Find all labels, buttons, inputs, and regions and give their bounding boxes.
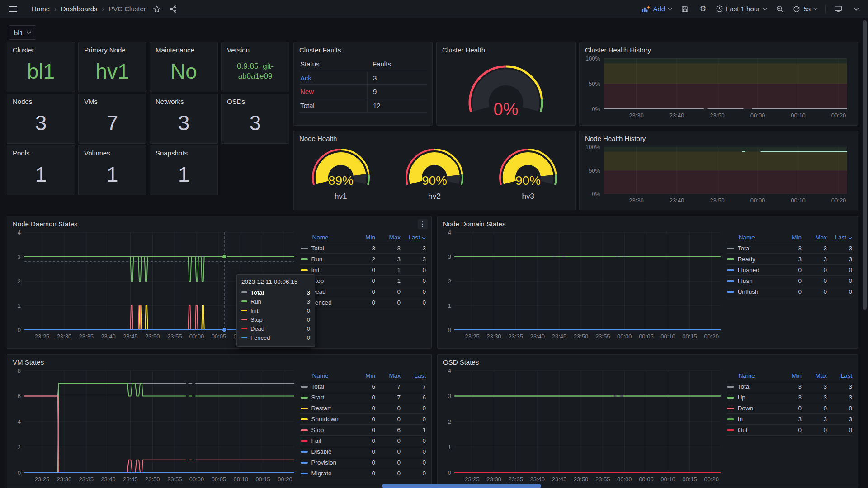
legend-row-dead[interactable]: Dead000 [300,286,426,297]
svg-text:00:05: 00:05 [639,476,654,483]
time-range-picker[interactable]: Last 1 hour [716,5,767,13]
osd-states-chart[interactable]: 0123423:2523:3023:3523:4023:4523:5023:55… [443,367,726,484]
vm-states-chart[interactable]: 0246823:2523:3023:3523:4023:4523:5023:55… [13,367,300,484]
legend-col-last[interactable]: Last [401,234,426,241]
menu-icon[interactable] [6,4,20,14]
legend-row-down[interactable]: Down000 [726,403,852,414]
legend-row-up[interactable]: Up333 [726,392,852,403]
panel-title[interactable]: Node Health [294,131,575,143]
legend-row-unflush[interactable]: Unflush000 [726,286,852,297]
tv-mode-icon[interactable] [833,4,844,14]
gauge: 90% [491,147,565,191]
panel-title[interactable]: Cluster Faults [294,42,432,55]
stat-value: 0.9.85~git-ab0a1e09 [228,61,283,81]
node-domain-states-chart[interactable]: 0123423:2523:3023:3523:4023:4523:5023:55… [443,229,726,342]
legend-row-shutdown[interactable]: Shutdown000 [300,414,426,425]
legend-header: NameMinMaxLast [300,232,426,243]
stat-panel-pools: Pools 1 [7,145,75,195]
svg-text:2: 2 [18,278,21,285]
faults-row-label: Total [299,102,367,109]
star-icon[interactable] [151,4,162,14]
refresh-controls[interactable]: 5s [793,5,818,13]
legend-col-min[interactable]: Min [350,234,375,241]
legend-table: NameMinMaxLastTotal333Run233Init010Stop0… [300,232,426,342]
legend-row-total[interactable]: Total333 [726,243,852,254]
svg-text:23:40: 23:40 [101,476,116,483]
column-header-faults[interactable]: Faults [367,57,427,71]
svg-text:00:00: 00:00 [617,333,632,340]
series-swatch [301,451,308,453]
svg-text:23:45: 23:45 [123,476,138,483]
legend-row-run[interactable]: Run233 [300,254,426,265]
cluster-health-history-chart[interactable]: 0%50%100%23:3023:4023:5000:0000:1000:20 [585,55,853,121]
breadcrumb-current: PVC Cluster [108,5,146,13]
stat-value: hv1 [95,61,129,82]
stat-panel-version: Version 0.9.85~git-ab0a1e09 [221,42,289,92]
legend-col-last[interactable]: Last [401,372,426,379]
legend-row-restart[interactable]: Restart000 [300,403,426,414]
column-header-status[interactable]: Status [299,60,367,68]
collapse-nav-chevron-icon[interactable] [851,4,862,14]
legend-row-provision[interactable]: Provision000 [300,457,426,468]
zoom-out-icon[interactable] [774,4,785,14]
chevron-down-icon [668,8,672,10]
breadcrumb-separator: › [102,5,104,13]
legend-col-min[interactable]: Min [776,372,802,379]
legend-row-disable[interactable]: Disable000 [300,446,426,457]
legend-col-name[interactable]: Name [727,234,776,241]
legend-col-name[interactable]: Name [727,372,776,379]
svg-text:1: 1 [18,302,21,309]
svg-text:00:15: 00:15 [255,476,270,483]
panel-title[interactable]: Cluster Health [437,42,575,55]
legend-col-name[interactable]: Name [301,234,350,241]
panel-title[interactable]: OSD States [438,355,858,367]
horizontal-scrollbar-thumb[interactable] [382,484,541,488]
panel-title[interactable]: Node Domain States [438,216,858,229]
legend-row-fail[interactable]: Fail000 [300,436,426,446]
series-swatch [301,248,308,249]
legend-row-ready[interactable]: Ready333 [726,254,852,265]
legend-col-min[interactable]: Min [350,372,375,379]
stat-panel-primary-node: Primary Node hv1 [78,42,146,92]
legend-row-migrate[interactable]: Migrate000 [300,468,426,479]
panel-title[interactable]: Node Health History [580,131,858,143]
legend-row-flushed[interactable]: Flushed000 [726,265,852,276]
legend-row-total[interactable]: Total333 [300,243,426,254]
legend-row-stop[interactable]: Stop061 [300,425,426,436]
breadcrumb-dashboards[interactable]: Dashboards [61,5,98,13]
legend-col-max[interactable]: Max [802,372,827,379]
legend-col-max[interactable]: Max [375,234,401,241]
legend-col-max[interactable]: Max [802,234,827,241]
legend-row-init[interactable]: Init010 [300,265,426,276]
time-range-label: Last 1 hour [726,5,760,13]
panel-title[interactable]: Cluster Health History [580,42,858,55]
legend-col-name[interactable]: Name [301,372,350,379]
legend-col-min[interactable]: Min [776,234,802,241]
panel-menu-icon[interactable]: ⋮ [418,219,428,229]
legend-row-start[interactable]: Start076 [300,392,426,403]
svg-text:2: 2 [18,444,21,450]
panel-title[interactable]: Node Daemon States [7,216,431,229]
legend-col-max[interactable]: Max [375,372,401,379]
legend-col-last[interactable]: Last [827,372,852,379]
legend-col-last[interactable]: Last [827,234,852,241]
add-panel-button[interactable]: Add [642,5,672,13]
svg-text:23:25: 23:25 [465,476,480,483]
breadcrumb-home[interactable]: Home [32,5,50,13]
panel-title[interactable]: VM States [7,355,431,367]
legend-row-out[interactable]: Out000 [726,425,852,436]
legend-row-total[interactable]: Total333 [726,381,852,392]
cluster-variable-dropdown[interactable]: bl1 [9,25,36,40]
legend-row-stop[interactable]: Stop010 [300,276,426,286]
svg-text:00:15: 00:15 [682,333,697,340]
legend-row-in[interactable]: In333 [726,414,852,425]
save-dashboard-icon[interactable] [679,4,690,14]
legend-row-total[interactable]: Total677 [300,381,426,392]
legend-row-flush[interactable]: Flush000 [726,276,852,286]
node-health-history-chart[interactable]: 0%50%100%23:3023:4023:5000:0000:1000:20 [585,143,853,206]
refresh-interval-label: 5s [803,5,811,13]
settings-gear-icon[interactable]: ⚙ [698,4,708,14]
share-icon[interactable] [168,4,179,14]
vertical-scrollbar-thumb[interactable] [863,20,867,310]
legend-row-fenced[interactable]: Fenced000 [300,297,426,308]
